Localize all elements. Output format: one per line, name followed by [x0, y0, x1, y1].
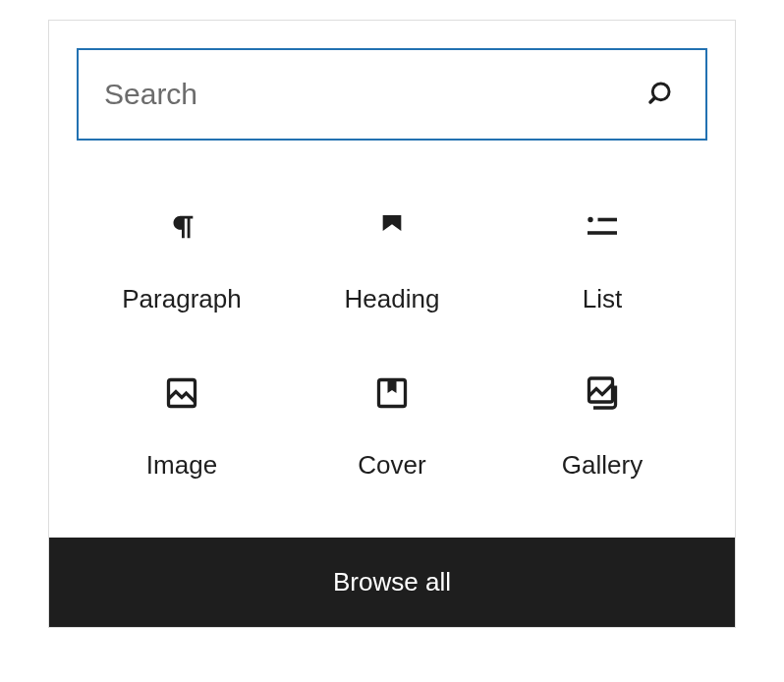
- block-item-paragraph[interactable]: Paragraph: [77, 209, 287, 314]
- block-label: Gallery: [562, 450, 643, 481]
- search-input[interactable]: [102, 77, 646, 112]
- block-label: Heading: [345, 284, 440, 314]
- block-label: Cover: [358, 450, 425, 481]
- block-item-list[interactable]: List: [497, 209, 707, 314]
- image-icon: [164, 375, 199, 411]
- paragraph-icon: [164, 209, 199, 245]
- search-box[interactable]: [77, 48, 707, 141]
- heading-icon: [374, 209, 410, 245]
- search-icon: [646, 79, 678, 110]
- block-item-cover[interactable]: Cover: [287, 375, 497, 481]
- search-wrap: [49, 21, 735, 141]
- block-item-gallery[interactable]: Gallery: [497, 375, 707, 481]
- block-label: Image: [146, 450, 217, 481]
- block-inserter-panel: Paragraph Heading List: [48, 20, 736, 628]
- svg-point-2: [588, 217, 592, 222]
- block-item-heading[interactable]: Heading: [287, 209, 497, 314]
- block-grid: Paragraph Heading List: [49, 141, 735, 538]
- browse-all-button[interactable]: Browse all: [49, 538, 735, 627]
- block-label: List: [583, 284, 622, 314]
- svg-rect-7: [589, 378, 613, 402]
- svg-line-1: [650, 98, 654, 102]
- gallery-icon: [585, 375, 620, 411]
- cover-icon: [374, 375, 410, 411]
- block-label: Paragraph: [122, 284, 241, 314]
- list-icon: [585, 209, 620, 245]
- block-item-image[interactable]: Image: [77, 375, 287, 481]
